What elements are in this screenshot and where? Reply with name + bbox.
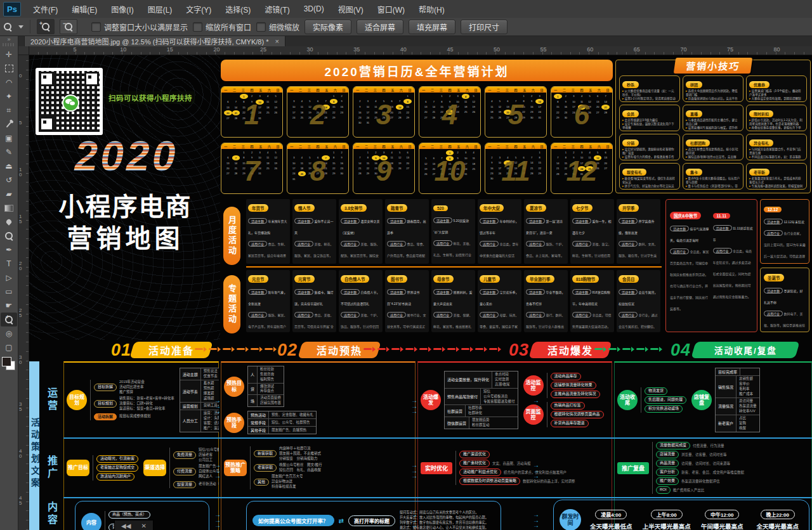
calendar-title-banner: 2020营销日历&全年营销计划	[221, 60, 613, 81]
qr-code	[36, 68, 103, 135]
eraser-tool[interactable]: ▰	[1, 187, 17, 201]
zoom-out-button[interactable]: −	[60, 19, 77, 34]
magic-wand-tool[interactable]: ✦	[1, 89, 17, 103]
lasso-tool[interactable]: ◠	[1, 75, 17, 89]
menu-item-文字[interactable]: 文字(Y)	[179, 0, 218, 18]
resize-windows-checkbox[interactable]: 调整窗口大小以满屏显示	[91, 22, 188, 32]
menu-item-窗口[interactable]: 窗口(W)	[370, 0, 412, 18]
menu-item-滤镜[interactable]: 滤镜(T)	[258, 0, 296, 18]
move-tool[interactable]: ✛	[1, 48, 17, 61]
festival-card-年货节: 年货节活动主题 年末囤年货大礼，年货爆款购适用行业 食品、生鲜、家居百货等，结合…	[246, 199, 290, 264]
tip-label: 优惠券	[749, 81, 769, 88]
brush-tool[interactable]: ✎	[1, 145, 17, 159]
open-rate-frame: 如何提高公众号图文打开率？⇄高打开率的标题提问互动式：阅读与自己有关的文章思考个…	[246, 501, 501, 530]
menu-item-视图[interactable]: 视图(V)	[331, 0, 370, 18]
fill-screen-button[interactable]: 填充屏幕	[409, 20, 455, 34]
stage-number-02: 02	[277, 340, 298, 360]
festival-card-夏凉节: 夏凉节活动主题 第一届“清凉夏日节”，清凉一夏适用行业 服饰、个护、食品、水上玩…	[524, 199, 568, 264]
eyedropper-tool[interactable]	[1, 117, 17, 131]
flow-arrows-icon: →→→	[411, 512, 417, 529]
row-divider	[246, 266, 662, 268]
monthly-activities-label: 月度活动	[223, 207, 240, 265]
tip-card-会员: 会员会员等级建议3-5级为最佳设定专属权益，鼓励沉默或流失用户下单唤醒会员专属商…	[619, 105, 680, 131]
menu-item-帮助[interactable]: 帮助(H)	[412, 0, 452, 18]
path-select-tool[interactable]: ▷	[1, 271, 17, 285]
menu-item-文件[interactable]: 文件(F)	[26, 0, 65, 18]
branch-label: 付费流量	[173, 468, 196, 475]
branch-label: 热销商品打标签	[551, 402, 585, 410]
marquee-tool[interactable]	[1, 61, 17, 75]
festival-name: 元宵节	[294, 275, 315, 283]
shape-tool[interactable]: ▭	[1, 285, 17, 299]
history-brush-tool[interactable]: ↺	[1, 173, 17, 187]
status-chip[interactable]: ◀◀ ✕	[114, 520, 154, 530]
festival-name: 夏凉节	[526, 204, 546, 212]
tool-preset-caret-icon[interactable]	[18, 25, 23, 29]
gradient-tool[interactable]	[1, 201, 17, 215]
tip-card-社群团购: 社群团购适合生鲜食品等高复购商品，按小区/社群开团围绕品质/新鲜/高性价比宣传，…	[683, 134, 743, 160]
blur-tool[interactable]	[1, 215, 17, 229]
ruler-mark: 60	[587, 46, 593, 53]
fit-screen-button[interactable]: 适合屏幕	[357, 20, 403, 34]
festival-card-圣诞节: 圣诞节活动主题 圣诞狂欢，好礼送不停适用行业 数码电子、美妆、服饰等，围绕圣诞推…	[760, 268, 809, 332]
vertical-ruler[interactable]: 051015202530354045	[18, 55, 29, 530]
festival-card-开学季: 开学季活动主题 开学装备升级，焕新出发适用行业 数码、文具、服饰、箱包等，针对学…	[617, 199, 660, 264]
document-canvas[interactable]: 扫码可以获得小程序扶持 2020 小程序电商 营销地图 2020营销日历&全年营…	[29, 55, 812, 530]
industry-tag: 适用行业	[248, 312, 267, 318]
menu-item-图层[interactable]: 图层(L)	[141, 0, 180, 18]
crop-tool[interactable]: ⌗	[1, 103, 17, 117]
zoom-all-windows-checkbox[interactable]: 缩放所有窗口	[193, 22, 251, 32]
menu-item-图像[interactable]: 图像(I)	[104, 0, 140, 18]
festival-card-12.12: 12.12活动主题 12.12年末狂欢适用行业 各行业商家，没赶上双11的，双1…	[760, 199, 809, 264]
dodge-tool[interactable]	[1, 229, 17, 243]
horizontal-ruler[interactable]: 5101520253035404550556065707580	[29, 46, 812, 55]
pen-tool[interactable]: ✒	[1, 243, 17, 257]
flow-arrows-icon: →→→	[533, 398, 539, 415]
mindmap-node: 渠道选择	[143, 460, 166, 476]
chip-close-icon[interactable]: ✕	[141, 522, 146, 529]
hand-tool[interactable]: ☛	[1, 299, 17, 313]
panel-grip[interactable]	[3, 43, 15, 46]
branch-label: 其他	[254, 479, 269, 486]
ruler-mark: 0	[19, 74, 24, 79]
clone-stamp-tool[interactable]: ⏏	[1, 159, 17, 173]
theme-tag: 活动主题	[526, 218, 545, 224]
collapse-panel-icon[interactable]: »	[7, 36, 10, 43]
color-swatches[interactable]	[2, 357, 16, 371]
special-activities-label: 专题活动	[223, 275, 240, 333]
festival-card-情人节: 情人节活动主题 爱你不止这一天适用行业 美妆、鲜花、服饰、家居、珠宝饰品等，可设…	[292, 199, 336, 264]
document-tab[interactable]: 2020小程序电商营销地图.jpg @ 12.5% (扫码可以获得小程序扶持, …	[24, 36, 285, 46]
zoom-tool[interactable]: +	[1, 313, 17, 326]
collapse-arrows-icon[interactable]: ◀◀	[121, 522, 131, 529]
festival-name: 国庆&中秋节	[670, 212, 701, 219]
stage-banner-01: 活动准备	[129, 342, 213, 358]
screen-mode-button[interactable]: ▢	[1, 340, 17, 354]
tab-close-icon[interactable]: ×	[275, 37, 278, 45]
separator	[30, 20, 30, 34]
menu-item-选择[interactable]: 选择(S)	[218, 0, 258, 18]
festival-name: 会员日	[619, 275, 639, 283]
foreground-color-swatch[interactable]	[2, 357, 11, 366]
tip-label: 会员	[622, 110, 639, 117]
menu-item-3D[interactable]: 3D(D)	[297, 0, 331, 18]
month-card-3: 一二三四五六日123456789101112131415161718192021…	[353, 86, 415, 138]
zoom-in-button[interactable]: +	[37, 19, 55, 34]
branch-label: 客户分析	[656, 469, 679, 476]
festival-name: 踏青节	[387, 204, 407, 212]
flow-arrows-icon: →→→	[411, 463, 417, 479]
poster-title-line2: 营销地图	[35, 218, 216, 255]
mindmap-node: 预热推广策略	[224, 460, 247, 476]
print-size-button[interactable]: 打印尺寸	[461, 20, 508, 34]
actual-pixels-button[interactable]: 实际像素	[304, 20, 351, 34]
tip-label: 社群团购	[686, 139, 710, 146]
tip-label: 直播	[686, 110, 702, 117]
quick-mask-button[interactable]: ◎	[1, 326, 17, 340]
type-tool[interactable]: T	[1, 257, 17, 271]
branch-label: 推广渠道优化	[459, 451, 490, 458]
flow-arrows-icon: →→→	[214, 398, 221, 415]
menu-item-编辑[interactable]: 编辑(E)	[65, 0, 104, 18]
month-card-2: 一二三四五六日123456789101112131415161718192021…	[287, 86, 349, 138]
healing-brush-tool[interactable]: ▣	[1, 131, 17, 145]
festival-name: 520	[433, 205, 448, 211]
scrubby-zoom-checkbox[interactable]: 细微缩放	[256, 22, 299, 32]
